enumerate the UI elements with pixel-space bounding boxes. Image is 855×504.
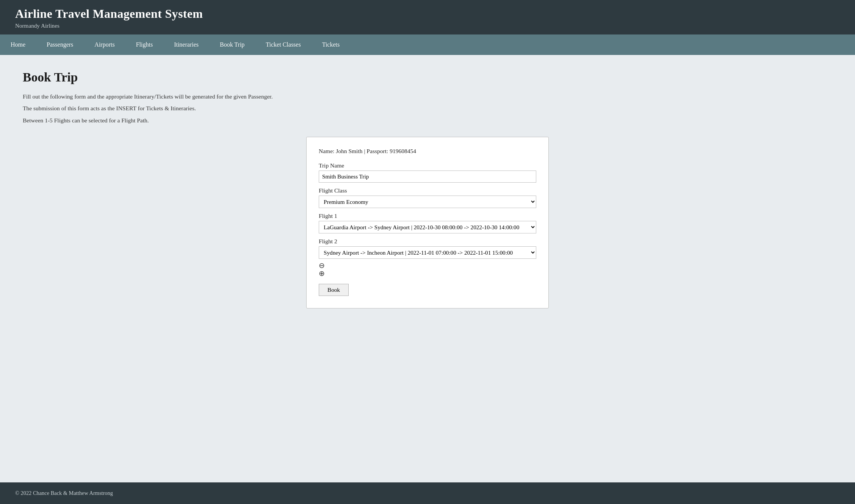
passenger-info: Name: John Smith | Passport: 919608454 [319,148,536,155]
book-button[interactable]: Book [319,284,349,296]
remove-flight-button[interactable]: ⊖ [319,262,325,269]
site-header: Airline Travel Management System Normand… [0,0,855,34]
nav-ticket-classes[interactable]: Ticket Classes [255,34,311,55]
nav-book-trip[interactable]: Book Trip [209,34,255,55]
main-content: Book Trip Fill out the following form an… [0,55,855,482]
trip-name-input[interactable] [319,171,536,183]
nav-itineraries[interactable]: Itineraries [163,34,209,55]
nav-passengers[interactable]: Passengers [36,34,84,55]
site-title: Airline Travel Management System [15,7,840,21]
page-title: Book Trip [23,70,832,85]
nav-tickets[interactable]: Tickets [312,34,351,55]
flight2-select[interactable]: Sydney Airport -> Incheon Airport | 2022… [319,246,536,259]
description-3: Between 1-5 Flights can be selected for … [23,116,832,125]
nav-flights[interactable]: Flights [125,34,163,55]
footer-text: © 2022 Chance Back & Matthew Armstrong [15,490,113,496]
flight2-label: Flight 2 [319,238,536,245]
flight-class-select[interactable]: Economy Premium Economy Business First C… [319,196,536,208]
description-2: The submission of this form acts as the … [23,104,832,113]
description-1: Fill out the following form and the appr… [23,92,832,101]
flight1-select[interactable]: LaGuardia Airport -> Sydney Airport | 20… [319,221,536,233]
trip-name-label: Trip Name [319,162,536,169]
main-nav: Home Passengers Airports Flights Itinera… [0,34,855,55]
flight1-label: Flight 1 [319,213,536,219]
nav-home[interactable]: Home [0,34,36,55]
add-flight-button[interactable]: ⊕ [319,270,325,277]
site-subtitle: Normandy Airlines [15,22,840,29]
flight-controls: ⊖ ⊕ [319,262,536,277]
book-trip-form-card: Name: John Smith | Passport: 919608454 T… [306,137,549,308]
site-footer: © 2022 Chance Back & Matthew Armstrong [0,482,855,504]
nav-airports[interactable]: Airports [84,34,125,55]
flight-class-label: Flight Class [319,187,536,194]
